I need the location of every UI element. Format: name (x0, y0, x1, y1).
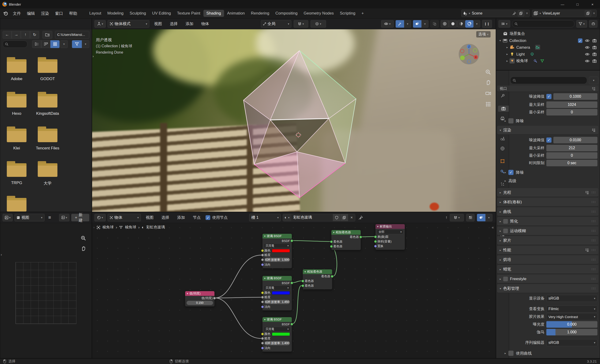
breadcrumb-mesh[interactable]: 棱角球 (125, 225, 136, 230)
bsdf-output-socket[interactable] (291, 239, 293, 242)
editor-type-image[interactable]: ▾ (3, 214, 13, 221)
collapse-icon[interactable]: ▸ (506, 53, 508, 56)
collapse-icon[interactable]: ▸ (505, 119, 506, 122)
ior-input-socket[interactable] (261, 258, 264, 261)
time-limit-value[interactable]: 0 sec (546, 160, 597, 166)
displacement-input-socket[interactable] (374, 245, 377, 248)
viewport-menu-add[interactable]: 添加 (183, 20, 197, 27)
freestyle-checkbox[interactable] (503, 277, 508, 281)
breadcrumb-material[interactable]: 彩虹色玻璃 (146, 225, 165, 230)
shader-output-socket[interactable] (331, 275, 334, 278)
fake-user-shield-icon[interactable] (333, 214, 340, 221)
viewlayer-selector[interactable]: ▾ ViewLayer × (532, 9, 597, 17)
image-browse-button[interactable]: ▾ (59, 214, 70, 221)
filter-settings-dropdown[interactable]: ▾ (82, 40, 89, 48)
panel-options-icon[interactable] (585, 191, 589, 194)
viewport-menu-object[interactable]: 物体 (198, 20, 212, 27)
node-add-shader-1[interactable]: ▾相加着色器 着色器 着色器 着色器 (331, 230, 361, 250)
gizmos-toggle[interactable] (396, 20, 404, 28)
node-header[interactable]: ▾玻璃 BSDF (262, 317, 292, 322)
copy-viewlayer-icon[interactable] (585, 10, 591, 16)
ior-field[interactable]: IOR 折射率1.500 (264, 258, 290, 262)
use-nodes-checkbox[interactable] (206, 215, 210, 220)
drag-handle-icon[interactable]: ∷∷ (591, 191, 596, 194)
xray-toggle[interactable] (430, 20, 439, 28)
min-samples-value[interactable]: 0 (546, 152, 597, 159)
section-simplify[interactable]: ▸简化∷∷ (497, 217, 598, 226)
folder-item[interactable]: Tencent Files (32, 129, 63, 163)
menu-file[interactable]: 文件 (10, 10, 24, 17)
region-expand-icon[interactable]: › (1, 253, 2, 256)
node-header[interactable]: ▾相加着色器 (303, 269, 332, 274)
node-material-output[interactable]: ▾材质输出 全部▾ 表(曲)面 体积(音量) 置换 (375, 224, 405, 250)
drag-handle-icon[interactable]: ∷∷ (591, 267, 596, 271)
refresh-button[interactable]: ↻ (30, 31, 39, 39)
path-field[interactable]: C:\Users\Mansi... (55, 31, 89, 39)
folder-item[interactable]: TRPG (1, 163, 32, 198)
camera-view-icon[interactable] (485, 90, 491, 97)
collapse-icon[interactable]: ▸ (505, 171, 506, 174)
tab-modeling[interactable]: Modeling (104, 10, 127, 17)
gizmos-dropdown[interactable]: ▾ (404, 20, 411, 28)
section-render[interactable]: ▾ 渲染 (497, 126, 598, 135)
pin-icon[interactable] (359, 216, 363, 220)
scene-selector[interactable]: ▾ Scene × (461, 9, 530, 17)
shader-input-socket[interactable] (301, 284, 304, 287)
proportional-editing-control[interactable]: ▾ (310, 20, 326, 28)
ior-field[interactable]: IOR 折射率1.400 (264, 341, 290, 345)
shader-overlays-dropdown[interactable]: ▾ (485, 214, 492, 221)
node-value[interactable]: ▾值(明度) 值(明度) 0.150 (185, 291, 215, 307)
node-snap-control[interactable]: ▾ (450, 214, 464, 221)
display-list-horizontal-icon[interactable] (41, 40, 50, 48)
noise-threshold-value[interactable]: 0.1000 (553, 93, 597, 100)
editor-type-3d-viewport[interactable]: ▾ (94, 20, 106, 28)
roughness-input-socket[interactable] (261, 296, 264, 299)
display-settings-dropdown[interactable]: ▾ (60, 40, 68, 48)
tab-object-icon[interactable] (499, 158, 506, 164)
close-button[interactable]: × (585, 0, 600, 9)
overlays-toggle[interactable] (413, 20, 422, 28)
editor-type-shader[interactable]: ▾ (94, 214, 106, 221)
disable-render-camera-icon[interactable] (592, 58, 597, 64)
light-row[interactable]: ▸ Light (506, 52, 597, 57)
breadcrumb-expand-icon[interactable]: › (94, 226, 94, 229)
forward-button[interactable]: → (12, 31, 21, 39)
pin-icon[interactable] (512, 11, 516, 15)
folder-item[interactable]: Adobe (1, 59, 32, 94)
expand-icon[interactable]: ▾ (499, 39, 501, 42)
drag-handle-icon[interactable]: ∷∷ (591, 200, 596, 204)
node-glass-bsdf-3[interactable]: ▾玻璃 BSDF BSDF 贝克曼▾ 颜色 糙度 IOR 折射率1.400 法向 (262, 317, 292, 352)
new-folder-button[interactable] (42, 31, 52, 39)
volume-input-socket[interactable] (374, 240, 377, 243)
node-glass-bsdf-2[interactable]: ▾玻璃 BSDF BSDF 贝克曼▾ 颜色 糙度 IOR 折射率1.450 法向 (262, 276, 292, 311)
add-workspace-button[interactable]: + (358, 10, 367, 17)
use-nodes-toggle[interactable]: 使用节点 (206, 215, 228, 220)
filter-toggle-icon[interactable] (72, 40, 82, 48)
region-collapse-icon[interactable]: « (492, 225, 494, 229)
collapse-icon[interactable]: ▸ (505, 352, 506, 355)
viewlayer-name[interactable]: ViewLayer (543, 11, 583, 16)
section-color-management[interactable]: ▾色彩管理∷∷ (497, 284, 598, 293)
tab-layout[interactable]: Layout (86, 10, 104, 17)
mode-selector[interactable]: 物体模式 ▾ (108, 20, 149, 28)
section-viewport-clipped[interactable]: 视口 (497, 85, 598, 91)
hide-eye-icon[interactable] (584, 58, 590, 64)
section-bake[interactable]: ▸烘培∷∷ (497, 255, 598, 264)
hide-eye-icon[interactable] (584, 45, 590, 50)
menu-help[interactable]: 帮助 (66, 10, 80, 17)
prop-denoise-viewport[interactable]: ▸ 降噪 (510, 117, 597, 124)
section-motion-blur[interactable]: ▸运动模糊∷∷ (497, 227, 598, 235)
collection-checkbox[interactable] (578, 38, 582, 43)
zoom-tool-icon[interactable] (485, 69, 491, 75)
material-name-field[interactable]: 彩虹色玻璃 (291, 215, 333, 220)
pan-hand-icon[interactable] (80, 246, 86, 252)
drag-handle-icon[interactable]: ∷∷ (591, 219, 596, 223)
shader-menu-select[interactable]: 选择 (159, 214, 172, 221)
scene-dropdown-icon[interactable]: ▾ (469, 12, 470, 15)
tab-uv-editing[interactable]: UV Editing (149, 10, 174, 17)
pan-hand-icon[interactable] (485, 79, 491, 86)
collapsed-menus-icon[interactable]: ≡ (47, 214, 53, 221)
unlink-material-icon[interactable]: × (348, 214, 355, 221)
collapse-icon[interactable]: ▸ (505, 179, 506, 182)
noise-threshold-checkbox[interactable] (546, 94, 552, 99)
